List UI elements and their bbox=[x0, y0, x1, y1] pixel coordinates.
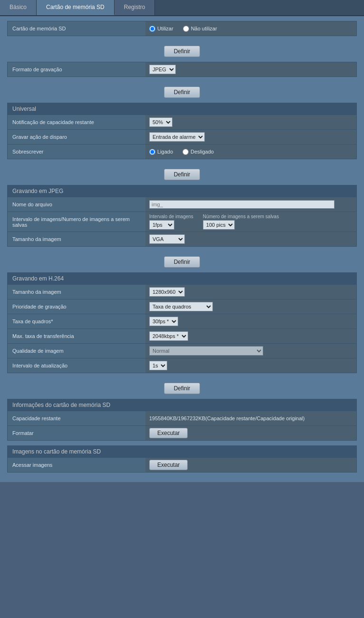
h264-image-size-select[interactable]: 1280x960 VGA QVGA bbox=[149, 287, 185, 297]
interval-fps-field: Intervalo de imagens 1fps 2fps 5fps 10fp… bbox=[149, 214, 193, 230]
h264-recording-header: Gravando em H.264 bbox=[8, 273, 356, 284]
refresh-interval-value: 1s 2s 3s bbox=[145, 358, 356, 373]
universal-header: Universal bbox=[8, 103, 356, 115]
priority-value: Taxa de quadros Qualidade de imagem bbox=[145, 299, 356, 314]
interval-label: Intervalo de imagens/Numero de imagens a… bbox=[8, 213, 145, 231]
trigger-action-select[interactable]: Entrada de alarme Manual bbox=[149, 132, 205, 142]
interval-fps-sublabel: Intervalo de imagens bbox=[149, 214, 193, 219]
access-images-executar-button[interactable]: Executar bbox=[149, 460, 188, 470]
capacity-notification-label: Notificação de capacidade restante bbox=[8, 116, 145, 128]
main-content: Cartão de memória SD Utilizar Não utiliz… bbox=[0, 16, 364, 482]
recording-format-label: Formato de gravação bbox=[8, 64, 145, 75]
overwrite-off-option[interactable]: Desligado bbox=[182, 149, 214, 155]
h264-image-size-label: Tamanho da imagem bbox=[8, 286, 145, 298]
format-executar-button[interactable]: Executar bbox=[149, 428, 188, 438]
overwrite-off-radio[interactable] bbox=[182, 149, 189, 155]
tabs-bar: Básico Cartão de memória SD Registro bbox=[0, 0, 364, 16]
fps-select[interactable]: 1fps 5fps 10fps 15fps 30fps * bbox=[149, 317, 178, 326]
image-quality-value: Normal Alta Baixa bbox=[145, 344, 356, 358]
overwrite-radio-group: Ligado Desligado bbox=[149, 149, 214, 155]
overwrite-value: Ligado Desligado bbox=[145, 145, 356, 159]
refresh-interval-row: Intervalo de atualização 1s 2s 3s bbox=[8, 358, 356, 373]
refresh-interval-select[interactable]: 1s 2s 3s bbox=[149, 361, 167, 370]
filename-input[interactable] bbox=[149, 200, 335, 209]
capacity-notification-value: 10% 25% 50% bbox=[145, 115, 356, 129]
overwrite-row: Sobrescrever Ligado Desligado bbox=[8, 144, 356, 159]
overwrite-on-option[interactable]: Ligado bbox=[149, 149, 173, 155]
jpeg-definir-button[interactable]: Definir bbox=[164, 256, 201, 268]
capacity-notification-row: Notificação de capacidade restante 10% 2… bbox=[8, 115, 356, 129]
jpeg-recording-section: Gravando em JPEG Nome do arquivo Interva… bbox=[7, 185, 357, 247]
fps-label: Taxa de quadros* bbox=[8, 316, 145, 327]
sd-card-btn-area: Definir bbox=[7, 41, 357, 62]
recording-format-value: JPEG H.264 bbox=[145, 62, 356, 77]
sd-card-radio-group: Utilizar Não utilizar bbox=[149, 26, 217, 32]
image-size-jpeg-label: Tamanho da imagem bbox=[8, 233, 145, 245]
image-size-jpeg-value: VGA 1280x960 bbox=[145, 232, 356, 246]
sd-card-value: Utilizar Não utilizar bbox=[145, 21, 356, 36]
capacity-remaining-value: 1955840KB/1967232KB(Capacidade restante/… bbox=[145, 411, 356, 425]
sd-info-header: Informações do cartão de memória SD bbox=[8, 399, 356, 411]
format-value: Executar bbox=[145, 426, 356, 440]
h264-btn-area: Definir bbox=[7, 378, 357, 399]
trigger-action-value: Entrada de alarme Manual bbox=[145, 130, 356, 144]
sd-info-section: Informações do cartão de memória SD Capa… bbox=[7, 399, 357, 441]
jpeg-recording-header: Gravando em JPEG bbox=[8, 185, 356, 197]
access-images-label: Acessar imagens bbox=[8, 459, 145, 471]
sd-use-radio[interactable] bbox=[149, 26, 155, 32]
overwrite-label: Sobrescrever bbox=[8, 146, 145, 157]
recording-format-section: Formato de gravação JPEG H.264 bbox=[7, 62, 357, 77]
fps-value: 1fps 5fps 10fps 15fps 30fps * bbox=[145, 314, 356, 328]
recording-format-select[interactable]: JPEG H.264 bbox=[149, 65, 176, 74]
sd-nouse-option[interactable]: Não utilizar bbox=[183, 26, 217, 32]
filename-row: Nome do arquivo bbox=[8, 197, 356, 212]
capacity-remaining-row: Capacidade restante 1955840KB/1967232KB(… bbox=[8, 411, 356, 425]
access-images-value: Executar bbox=[145, 458, 356, 472]
h264-recording-section: Gravando em H.264 Tamanho da imagem 1280… bbox=[7, 272, 357, 373]
recording-format-btn-area: Definir bbox=[7, 82, 357, 103]
tab-basico[interactable]: Básico bbox=[0, 0, 37, 15]
refresh-interval-label: Intervalo de atualização bbox=[8, 360, 145, 371]
capacity-notification-select[interactable]: 10% 25% 50% bbox=[149, 117, 172, 127]
priority-label: Prioridade de gravação bbox=[8, 301, 145, 312]
sd-nouse-radio[interactable] bbox=[183, 26, 189, 32]
filename-label: Nome do arquivo bbox=[8, 199, 145, 210]
access-images-row: Acessar imagens Executar bbox=[8, 457, 356, 472]
capacity-remaining-label: Capacidade restante bbox=[8, 413, 145, 424]
h264-image-size-row: Tamanho da imagem 1280x960 VGA QVGA bbox=[8, 284, 356, 299]
interval-fps-select[interactable]: 1fps 2fps 5fps 10fps bbox=[149, 220, 174, 230]
sd-card-definir-button[interactable]: Definir bbox=[164, 46, 201, 57]
format-row: Formatar Executar bbox=[8, 425, 356, 440]
trigger-action-label: Gravar ação de disparo bbox=[8, 131, 145, 143]
filename-value bbox=[145, 197, 356, 212]
priority-row: Prioridade de gravação Taxa de quadros Q… bbox=[8, 299, 356, 314]
image-quality-label: Qualidade de imagem bbox=[8, 345, 145, 357]
universal-section: Universal Notificação de capacidade rest… bbox=[7, 103, 357, 159]
sd-images-header: Imagens no cartão de memória SD bbox=[8, 446, 356, 457]
jpeg-btn-area: Definir bbox=[7, 251, 357, 272]
sd-card-row: Cartão de memória SD Utilizar Não utiliz… bbox=[8, 21, 356, 36]
h264-image-size-value: 1280x960 VGA QVGA bbox=[145, 285, 356, 299]
image-quality-select[interactable]: Normal Alta Baixa bbox=[149, 346, 263, 356]
count-select[interactable]: 10 pics 25 pics 50 pics 100 pics bbox=[203, 220, 235, 230]
image-size-jpeg-row: Tamanho da imagem VGA 1280x960 bbox=[8, 232, 356, 246]
interval-value: Intervalo de imagens 1fps 2fps 5fps 10fp… bbox=[145, 212, 356, 232]
tab-registro[interactable]: Registro bbox=[115, 0, 155, 15]
h264-definir-button[interactable]: Definir bbox=[164, 383, 201, 394]
recording-format-definir-button[interactable]: Definir bbox=[164, 87, 201, 98]
overwrite-on-radio[interactable] bbox=[149, 149, 155, 155]
image-size-jpeg-select[interactable]: VGA 1280x960 bbox=[149, 234, 185, 244]
bitrate-select[interactable]: 512kbps 1024kbps 2048kbps * 4096kbps bbox=[149, 331, 188, 341]
universal-definir-button[interactable]: Definir bbox=[164, 169, 201, 180]
sd-card-section: Cartão de memória SD Utilizar Não utiliz… bbox=[7, 21, 357, 36]
tab-sd-card[interactable]: Cartão de memória SD bbox=[37, 0, 115, 15]
interval-row: Intervalo de imagens/Numero de imagens a… bbox=[8, 212, 356, 232]
sd-use-option[interactable]: Utilizar bbox=[149, 26, 173, 32]
priority-select[interactable]: Taxa de quadros Qualidade de imagem bbox=[149, 302, 213, 311]
sd-images-section: Imagens no cartão de memória SD Acessar … bbox=[7, 445, 357, 473]
capacity-remaining-text: 1955840KB/1967232KB(Capacidade restante/… bbox=[149, 415, 305, 421]
format-label: Formatar bbox=[8, 427, 145, 439]
count-sublabel: Número de imagens a serem salvas bbox=[203, 214, 279, 219]
image-quality-row: Qualidade de imagem Normal Alta Baixa bbox=[8, 343, 356, 358]
bitrate-row: Max. taxa de transferência 512kbps 1024k… bbox=[8, 328, 356, 343]
